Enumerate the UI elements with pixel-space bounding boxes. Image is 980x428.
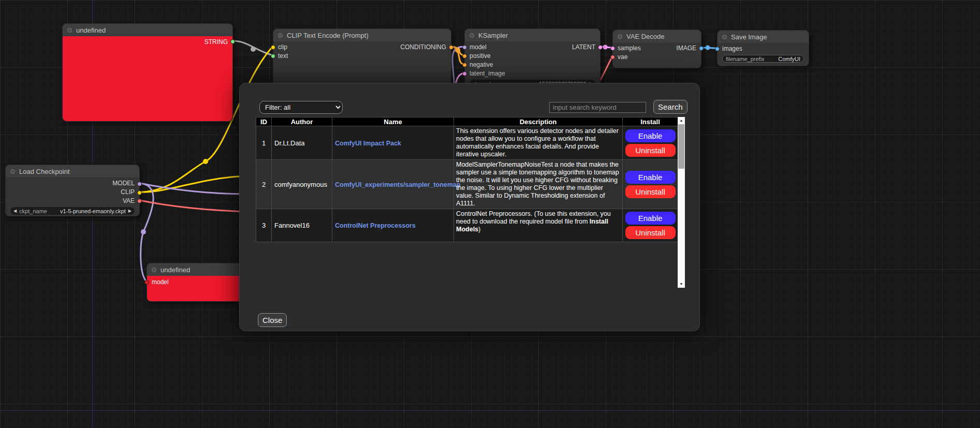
uninstall-button[interactable]: Uninstall [625,185,676,198]
samples-input-slot[interactable] [610,46,615,51]
table-scrollbar[interactable]: ▲ ▼ [678,117,685,288]
node-title-bar[interactable]: Save Image [718,31,809,43]
search-button[interactable]: Search [653,100,688,114]
images-input-slot[interactable] [715,47,720,51]
widget-value: ComfyUI [778,56,800,62]
enable-button[interactable]: Enable [625,171,676,184]
input-slot-label: positive [470,52,491,61]
collapse-dot-icon[interactable] [278,33,283,38]
extension-description-cell: ModelSamplerTonemapNoiseTest a node that… [454,160,623,209]
link-dot [203,159,208,164]
table-row: 2comfyanonymousComfyUI_experiments/sampl… [256,160,678,209]
input-slot-label: text [278,52,288,61]
node-title: Load Checkpoint [19,168,70,175]
node-undefined-bottom[interactable]: undefined model [147,263,245,302]
output-slot-label: CLIP [121,188,135,197]
extensions-table-body: 1Dr.Lt.DataComfyUI Impact PackThis exten… [256,126,678,242]
widget-label: filename_prefix [726,56,765,62]
input-slot-label: negative [470,61,493,69]
column-header-name: Name [332,117,454,126]
node-title: VAE Decode [626,33,664,40]
node-undefined-top[interactable]: undefined STRING [62,23,233,122]
extension-name-cell: ComfyUI_experiments/sampler_tonemap [332,160,454,209]
enable-button[interactable]: Enable [625,129,676,142]
node-title: undefined [160,266,190,274]
node-title: undefined [76,26,106,34]
close-button[interactable]: Close [258,313,287,327]
widget-label: ckpt_name [19,208,47,214]
extension-name-cell: ControlNet Preprocessors [332,209,454,242]
node-title-bar[interactable]: KSampler [465,29,600,41]
scroll-up-icon[interactable]: ▲ [678,117,685,124]
vae-input-slot[interactable] [610,55,615,60]
node-title-bar[interactable]: undefined [63,24,232,36]
extension-name-link[interactable]: ComfyUI_experiments/sampler_tonemap [335,181,460,188]
collapse-dot-icon[interactable] [722,35,727,39]
enable-button[interactable]: Enable [625,212,676,225]
positive-input-slot[interactable] [462,54,467,58]
uninstall-button[interactable]: Uninstall [625,226,676,239]
collapse-dot-icon[interactable] [152,268,156,272]
extensions-table: ID Author Name Description Install 1Dr.L… [256,117,685,288]
extension-description-cell: This extension offers various detector n… [454,126,623,160]
conditioning-output-slot[interactable] [449,45,454,50]
node-title-bar[interactable]: VAE Decode [613,30,701,42]
clip-output-slot[interactable] [137,190,142,195]
collapse-dot-icon[interactable] [67,28,72,33]
collapse-dot-icon[interactable] [10,169,15,174]
widget-value: v1-5-pruned-emaonly.ckpt [60,208,126,214]
model-output-slot[interactable] [137,182,142,186]
node-load-checkpoint[interactable]: Load Checkpoint MODEL CLIP VAE ◀ ckpt_na… [5,165,140,216]
model-input-slot[interactable] [144,280,149,285]
node-ksampler[interactable]: KSampler model LATENT positive negative … [464,28,601,88]
image-output-slot[interactable] [699,46,704,51]
latent-output-slot[interactable] [598,45,603,50]
extension-id-cell: 3 [256,209,272,242]
extension-install-cell: EnableUninstall [623,126,678,160]
ckpt-name-widget[interactable]: ◀ ckpt_name v1-5-pruned-emaonly.ckpt ▶ [10,207,135,215]
node-save-image[interactable]: Save Image images filename_prefix ComfyU… [717,30,809,66]
input-slot-label: images [722,45,742,53]
extension-id-cell: 1 [256,126,272,160]
custom-nodes-manager-dialog: Filter: all Search ID Author Name Descri… [239,83,700,331]
node-title-bar[interactable]: CLIP Text Encode (Prompt) [273,29,451,41]
input-slot-label: model [470,43,487,52]
output-slot-label: STRING [204,38,228,47]
extension-name-link[interactable]: ControlNet Preprocessors [335,222,416,229]
extension-name-cell: ComfyUI Impact Pack [332,126,454,160]
clip-input-slot[interactable] [271,45,275,50]
column-header-author: Author [272,117,332,126]
scroll-down-icon[interactable]: ▼ [678,281,685,288]
input-slot-label: vae [618,53,627,62]
filter-select[interactable]: Filter: all [259,101,343,114]
output-slot-label: IMAGE [676,44,696,53]
latent-image-input-slot[interactable] [462,71,467,76]
column-header-id: ID [256,117,272,126]
model-input-slot[interactable] [462,45,467,50]
search-input[interactable] [549,102,646,113]
string-output-slot[interactable] [230,39,235,44]
node-vae-decode[interactable]: VAE Decode samples IMAGE vae [612,29,701,68]
previous-arrow-icon[interactable]: ◀ [13,207,17,215]
input-slot-label: latent_image [470,69,505,78]
extension-name-link[interactable]: ComfyUI Impact Pack [335,140,401,147]
input-slot-label: samples [618,44,641,53]
extension-id-cell: 2 [256,160,272,209]
link-dot [603,45,608,50]
collapse-dot-icon[interactable] [618,34,622,39]
filename-prefix-widget[interactable]: filename_prefix ComfyUI [722,55,804,63]
negative-input-slot[interactable] [462,63,467,67]
input-slot-label: clip [278,43,287,52]
node-error-body: model [147,276,244,301]
vae-output-slot[interactable] [137,199,142,203]
link-dot [251,47,256,52]
collapse-dot-icon[interactable] [470,33,474,38]
extension-install-cell: EnableUninstall [623,209,678,242]
text-input-slot[interactable] [271,54,275,58]
scrollbar-thumb[interactable] [678,124,684,169]
link-dot [455,48,460,53]
node-title-bar[interactable]: Load Checkpoint [6,165,139,178]
uninstall-button[interactable]: Uninstall [625,144,676,157]
node-title-bar[interactable]: undefined [147,263,244,276]
next-arrow-icon[interactable]: ▶ [128,207,131,215]
